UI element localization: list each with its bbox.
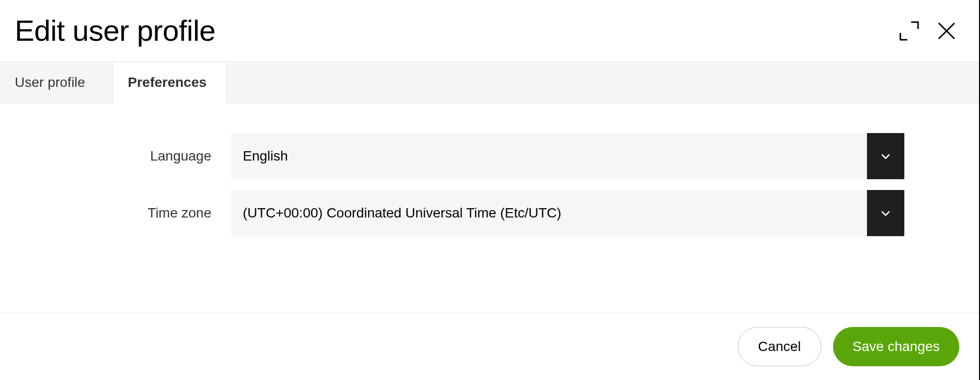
close-button[interactable] (934, 18, 959, 44)
language-select[interactable]: English (231, 133, 904, 179)
language-label: Language (0, 148, 231, 164)
content: Language English Time zone (UTC+00:00) C… (0, 104, 979, 313)
tabs: User profile Preferences (0, 61, 979, 104)
timezone-value: (UTC+00:00) Coordinated Universal Time (… (231, 190, 867, 236)
timezone-row: Time zone (UTC+00:00) Coordinated Univer… (0, 190, 979, 236)
cancel-button[interactable]: Cancel (738, 327, 821, 366)
timezone-label: Time zone (0, 205, 231, 221)
language-dropdown-button[interactable] (867, 133, 904, 179)
language-row: Language English (0, 133, 979, 179)
modal-title: Edit user profile (15, 14, 215, 48)
tab-preferences[interactable]: Preferences (113, 62, 227, 104)
close-icon (936, 20, 957, 42)
expand-icon (898, 20, 920, 42)
footer: Cancel Save changes (0, 313, 979, 380)
tab-user-profile[interactable]: User profile (0, 62, 113, 103)
language-value: English (231, 133, 867, 179)
edit-user-profile-modal: Edit user profile User profile Preferenc… (0, 0, 980, 380)
chevron-down-icon (879, 207, 892, 219)
timezone-select[interactable]: (UTC+00:00) Coordinated Universal Time (… (231, 190, 904, 236)
chevron-down-icon (879, 150, 892, 163)
header-actions (896, 18, 959, 44)
timezone-dropdown-button[interactable] (867, 190, 904, 236)
modal-header: Edit user profile (0, 0, 979, 61)
expand-button[interactable] (896, 18, 922, 44)
save-changes-button[interactable]: Save changes (833, 327, 959, 366)
